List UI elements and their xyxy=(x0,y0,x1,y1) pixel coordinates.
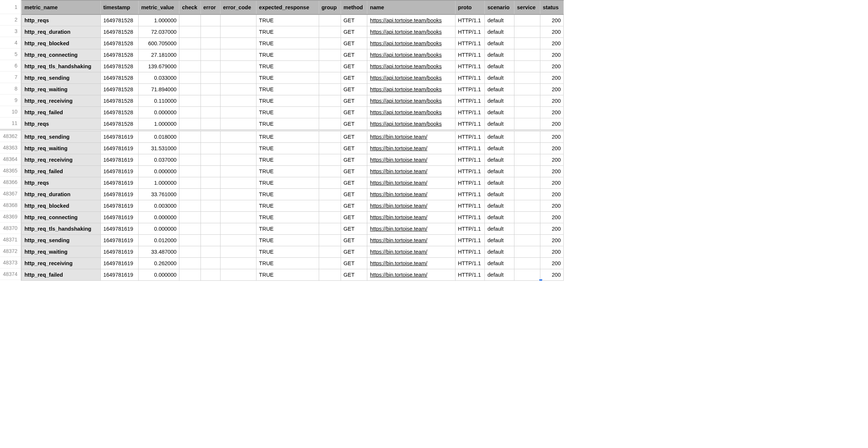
cell-service[interactable] xyxy=(514,37,540,49)
cell-scenario[interactable]: default xyxy=(485,269,514,280)
cell-group[interactable] xyxy=(319,83,341,95)
cell-timestamp[interactable]: 1649781528 xyxy=(100,37,138,49)
cell-timestamp[interactable]: 1649781619 xyxy=(100,200,138,211)
cell-proto[interactable]: HTTP/1.1 xyxy=(455,131,485,142)
cell-timestamp[interactable]: 1649781619 xyxy=(100,188,138,200)
cell-service[interactable] xyxy=(514,83,540,95)
cell-name[interactable]: https://api.tortoise.team/books xyxy=(367,95,455,106)
cell-timestamp[interactable]: 1649781619 xyxy=(100,211,138,223)
row-number[interactable]: 7 xyxy=(0,72,21,83)
cell-expected_response[interactable]: TRUE xyxy=(256,106,319,118)
cell-scenario[interactable]: default xyxy=(485,200,514,211)
cell-proto[interactable]: HTTP/1.1 xyxy=(455,118,485,129)
cell-expected_response[interactable]: TRUE xyxy=(256,165,319,177)
cell-expected_response[interactable]: TRUE xyxy=(256,118,319,129)
cell-service[interactable] xyxy=(514,118,540,129)
cell-error[interactable] xyxy=(201,211,220,223)
cell-name[interactable]: https://bin.tortoise.team/ xyxy=(367,246,455,257)
cell-proto[interactable]: HTTP/1.1 xyxy=(455,200,485,211)
cell-scenario[interactable]: default xyxy=(485,49,514,60)
row-number[interactable]: 48368 xyxy=(0,200,21,211)
cell-service[interactable] xyxy=(514,211,540,223)
cell-scenario[interactable]: default xyxy=(485,246,514,257)
cell-check[interactable] xyxy=(179,95,201,106)
cell-metric_name[interactable]: http_req_waiting xyxy=(22,246,101,257)
cell-metric_name[interactable]: http_req_connecting xyxy=(22,211,101,223)
cell-error[interactable] xyxy=(201,269,220,280)
cell-metric_value[interactable]: 0.262000 xyxy=(138,257,179,269)
cell-metric_value[interactable]: 27.181000 xyxy=(138,49,179,60)
cell-error[interactable] xyxy=(201,154,220,165)
cell-scenario[interactable]: default xyxy=(485,142,514,154)
cell-error_code[interactable] xyxy=(220,72,256,83)
cell-name[interactable]: https://api.tortoise.team/books xyxy=(367,49,455,60)
row-number[interactable]: 10 xyxy=(0,106,21,118)
cell-metric_name[interactable]: http_req_sending xyxy=(22,131,101,142)
cell-check[interactable] xyxy=(179,223,201,234)
cell-scenario[interactable]: default xyxy=(485,234,514,246)
cell-metric_name[interactable]: http_req_connecting xyxy=(22,49,101,60)
cell-timestamp[interactable]: 1649781619 xyxy=(100,131,138,142)
cell-method[interactable]: GET xyxy=(341,269,367,280)
cell-scenario[interactable]: default xyxy=(485,177,514,188)
cell-name[interactable]: https://api.tortoise.team/books xyxy=(367,118,455,129)
cell-scenario[interactable]: default xyxy=(485,37,514,49)
cell-scenario[interactable]: default xyxy=(485,106,514,118)
cell-timestamp[interactable]: 1649781528 xyxy=(100,26,138,37)
cell-group[interactable] xyxy=(319,106,341,118)
cell-metric_name[interactable]: http_req_failed xyxy=(22,106,101,118)
cell-proto[interactable]: HTTP/1.1 xyxy=(455,269,485,280)
cell-error[interactable] xyxy=(201,246,220,257)
cell-metric_value[interactable]: 139.679000 xyxy=(138,60,179,72)
cell-status[interactable]: 200 xyxy=(540,154,563,165)
cell-name[interactable]: https://api.tortoise.team/books xyxy=(367,14,455,26)
cell-metric_value[interactable]: 1.000000 xyxy=(138,14,179,26)
cell-metric_name[interactable]: http_reqs xyxy=(22,14,101,26)
cell-method[interactable]: GET xyxy=(341,211,367,223)
selection-handle-icon[interactable] xyxy=(539,279,542,281)
cell-check[interactable] xyxy=(179,165,201,177)
cell-service[interactable] xyxy=(514,14,540,26)
cell-method[interactable]: GET xyxy=(341,223,367,234)
cell-status[interactable]: 200 xyxy=(540,257,563,269)
cell-scenario[interactable]: default xyxy=(485,72,514,83)
cell-error_code[interactable] xyxy=(220,142,256,154)
col-proto[interactable]: proto xyxy=(455,0,485,14)
cell-scenario[interactable]: default xyxy=(485,165,514,177)
cell-proto[interactable]: HTTP/1.1 xyxy=(455,188,485,200)
cell-error_code[interactable] xyxy=(220,95,256,106)
cell-group[interactable] xyxy=(319,72,341,83)
row-number[interactable]: 48374 xyxy=(0,269,21,280)
cell-service[interactable] xyxy=(514,223,540,234)
cell-expected_response[interactable]: TRUE xyxy=(256,257,319,269)
cell-proto[interactable]: HTTP/1.1 xyxy=(455,60,485,72)
cell-expected_response[interactable]: TRUE xyxy=(256,37,319,49)
row-number[interactable]: 48370 xyxy=(0,223,21,234)
cell-check[interactable] xyxy=(179,188,201,200)
cell-error_code[interactable] xyxy=(220,106,256,118)
cell-status[interactable]: 200 xyxy=(540,131,563,142)
cell-expected_response[interactable]: TRUE xyxy=(256,14,319,26)
cell-timestamp[interactable]: 1649781619 xyxy=(100,154,138,165)
cell-group[interactable] xyxy=(319,95,341,106)
cell-name[interactable]: https://bin.tortoise.team/ xyxy=(367,188,455,200)
cell-metric_value[interactable]: 0.000000 xyxy=(138,269,179,280)
cell-service[interactable] xyxy=(514,49,540,60)
cell-metric_name[interactable]: http_reqs xyxy=(22,177,101,188)
cell-error[interactable] xyxy=(201,257,220,269)
cell-error_code[interactable] xyxy=(220,14,256,26)
cell-service[interactable] xyxy=(514,257,540,269)
cell-service[interactable] xyxy=(514,95,540,106)
row-number[interactable]: 48371 xyxy=(0,234,21,246)
cell-name[interactable]: https://bin.tortoise.team/ xyxy=(367,177,455,188)
cell-metric_name[interactable]: http_req_waiting xyxy=(22,142,101,154)
cell-error_code[interactable] xyxy=(220,257,256,269)
cell-name[interactable]: https://bin.tortoise.team/ xyxy=(367,200,455,211)
col-check[interactable]: check xyxy=(179,0,201,14)
cell-status[interactable]: 200 xyxy=(540,60,563,72)
cell-service[interactable] xyxy=(514,26,540,37)
cell-proto[interactable]: HTTP/1.1 xyxy=(455,142,485,154)
row-number[interactable]: 48362 xyxy=(0,131,21,142)
cell-status[interactable]: 200 xyxy=(540,165,563,177)
cell-check[interactable] xyxy=(179,83,201,95)
